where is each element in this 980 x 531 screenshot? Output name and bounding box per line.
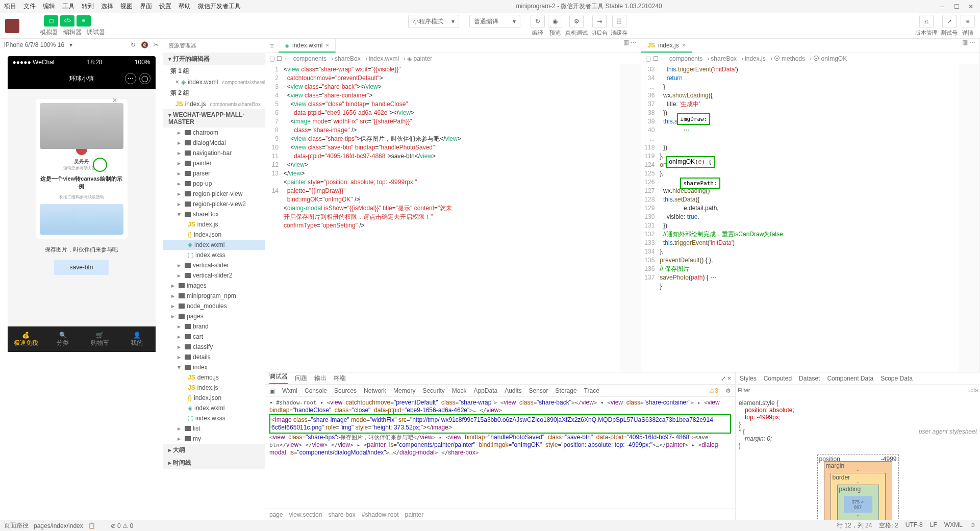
folder-pages[interactable]: ▸ pages (163, 311, 265, 321)
mute-icon[interactable]: 🔇 (141, 41, 148, 48)
tab-cart[interactable]: 🛒购物车 (82, 326, 119, 352)
dataset-tab[interactable]: Dataset (799, 375, 820, 382)
breadcrumb[interactable]: ▢ ☐ ← componentsshareBoxindex.js⦿ method… (641, 53, 979, 64)
file-index.wxss[interactable]: ⬚ index.wxss (163, 413, 265, 423)
simulator-toggle[interactable]: ▢ (44, 15, 58, 27)
menu-select[interactable]: 选择 (101, 2, 113, 11)
menu-interface[interactable]: 界面 (140, 2, 152, 11)
tab-category[interactable]: 🔍分类 (44, 326, 82, 352)
eol[interactable]: LF (930, 521, 937, 530)
computed-tab[interactable]: Computed (764, 375, 792, 382)
folder-region-picker-view[interactable]: ▸ region-picker-view (163, 189, 265, 199)
menu-help[interactable]: 帮助 (179, 2, 191, 11)
menu-settings[interactable]: 设置 (159, 2, 171, 11)
devtools-tab-terminal[interactable]: 终端 (334, 374, 346, 383)
folder-parser[interactable]: ▸ parser (163, 168, 265, 179)
file-index.json[interactable]: {} index.json (163, 230, 265, 240)
folder-classify[interactable]: ▸ classify (163, 342, 265, 352)
folder-cart[interactable]: ▸ cart (163, 332, 265, 342)
network-tab[interactable]: Network (364, 387, 386, 394)
styles-tab[interactable]: Styles (740, 375, 757, 382)
folder-list[interactable]: ▸ list (163, 423, 265, 434)
file-index.wxss[interactable]: ⬚ index.wxss (163, 250, 265, 260)
breadcrumb[interactable]: ▢ ☐ ← componentsshareBoxindex.wxml◈ pain… (265, 53, 641, 64)
file-index.js[interactable]: JS index.js (163, 383, 265, 393)
open-editor-1[interactable]: × ◈ index.wxmlcomponents\shareBox (163, 77, 265, 87)
errors-count[interactable]: ⊘ 0 ⚠ 0 (111, 522, 133, 529)
warning-badge[interactable]: ⚠3 (709, 387, 718, 394)
folder-region-picker-view2[interactable]: ▸ region-picker-view2 (163, 199, 265, 209)
folder-shareBox[interactable]: ▾ shareBox (163, 209, 265, 219)
tab-index-wxml[interactable]: ◈index.wxml× (279, 39, 336, 53)
cut-icon[interactable]: ✂ (154, 41, 159, 48)
tab-home[interactable]: 💰极速免税 (8, 326, 45, 352)
menu-edit[interactable]: 编辑 (43, 2, 55, 11)
menu-bar[interactable]: 项目 文件 编辑 工具 转到 选择 视图 界面 设置 帮助 微信开发者工具 (4, 2, 241, 11)
background-button[interactable]: ⇥ (592, 15, 607, 28)
device-selector[interactable]: iPhone 6/7/8 100% 16 (4, 41, 64, 48)
remote-debug-button[interactable]: ⚙ (569, 15, 584, 28)
code-editor[interactable]: 3334...3637383940...11811912412512612712… (641, 64, 979, 372)
devtools-tab-problems[interactable]: 问题 (295, 374, 307, 383)
devtools-expand-icon[interactable]: ⤢ × (721, 375, 731, 382)
memory-tab[interactable]: Memory (393, 387, 415, 394)
folder-index[interactable]: ▾ index (163, 362, 265, 372)
page-path[interactable]: pages/index/index (34, 522, 83, 529)
appdata-tab[interactable]: AppData (473, 387, 497, 394)
security-tab[interactable]: Security (422, 387, 444, 394)
capsule-close-icon[interactable]: ◯ (139, 73, 150, 84)
compile-button[interactable]: ↻ (531, 15, 545, 28)
open-editor-2[interactable]: JS index.jscomponents\shareBox (163, 99, 265, 109)
console-tab[interactable]: Console (305, 387, 327, 394)
wxml-tab[interactable]: Wxml (282, 387, 297, 394)
folder-vertical-slider[interactable]: ▸ vertical-slider (163, 260, 265, 270)
devtools-tab-output[interactable]: 输出 (314, 374, 326, 383)
file-demo.js[interactable]: JS demo.js (163, 372, 265, 383)
close-icon[interactable]: ✕ (966, 3, 976, 10)
cls-toggle[interactable]: .cls (969, 387, 978, 394)
capsule-menu-icon[interactable]: ⋯ (125, 73, 136, 84)
test-button[interactable]: ↗ (942, 15, 957, 28)
version-button[interactable]: ⎌ (919, 15, 934, 28)
explorer-icon[interactable]: ≡ (265, 39, 279, 53)
split-icon[interactable]: ▥ ⋯ (619, 39, 641, 53)
minimap[interactable] (959, 64, 979, 372)
file-index.js[interactable]: JS index.js (163, 219, 265, 230)
file-index.wxml[interactable]: ◈ index.wxml (163, 403, 265, 413)
mock-tab[interactable]: Mock (452, 387, 467, 394)
scopedata-tab[interactable]: Scope Data (881, 375, 913, 382)
wxml-tree[interactable]: ▾ #shadow-root ▾ <view catchtouchmove="p… (265, 397, 735, 509)
componentdata-tab[interactable]: Component Data (827, 375, 873, 382)
menu-file[interactable]: 文件 (23, 2, 36, 11)
folder-brand[interactable]: ▸ brand (163, 321, 265, 332)
tab-me[interactable]: 👤我的 (118, 326, 156, 352)
menu-goto[interactable]: 转到 (82, 2, 94, 11)
code-editor[interactable]: 12345678910111213 14 <view class="share-… (265, 64, 641, 372)
folder-painter[interactable]: ▸ painter (163, 158, 265, 168)
settings-icon[interactable]: ⚙ (725, 387, 731, 394)
folder-miniprogram_npm[interactable]: ▸ miniprogram_npm (163, 291, 265, 301)
inspect-icon[interactable]: ▣ (269, 387, 275, 394)
audits-tab[interactable]: Audits (505, 387, 521, 394)
more-icon[interactable]: ▥ ⋯ (958, 39, 979, 53)
debugger-toggle[interactable]: ≡ (77, 15, 91, 27)
minimize-icon[interactable]: ─ (937, 3, 947, 10)
folder-images[interactable]: ▸ images (163, 281, 265, 291)
folder-node_modules[interactable]: ▸ node_modules (163, 301, 265, 311)
menu-view[interactable]: 视图 (120, 2, 133, 11)
folder-dialogModal[interactable]: ▸ dialogModal (163, 138, 265, 148)
folder-details[interactable]: ▸ details (163, 352, 265, 362)
program-mode-dropdown[interactable]: 小程序模式 (408, 15, 459, 28)
encoding[interactable]: UTF-8 (906, 521, 923, 530)
compile-mode-dropdown[interactable]: 普通编译 (469, 15, 520, 28)
cursor-position[interactable]: 行 12，列 24 (837, 521, 872, 530)
menu-devtools[interactable]: 微信开发者工具 (198, 2, 241, 11)
preview-button[interactable]: ◉ (548, 15, 562, 28)
folder-my[interactable]: ▸ my (163, 434, 265, 444)
styles-panel[interactable]: element.style { position: absolute; top:… (736, 396, 980, 520)
filter-input[interactable] (738, 387, 969, 394)
editor-toggle[interactable]: </> (60, 15, 74, 27)
sensor-tab[interactable]: Sensor (529, 387, 548, 394)
clear-cache-button[interactable]: ☷ (612, 15, 626, 28)
maximize-icon[interactable]: ☐ (951, 3, 962, 10)
